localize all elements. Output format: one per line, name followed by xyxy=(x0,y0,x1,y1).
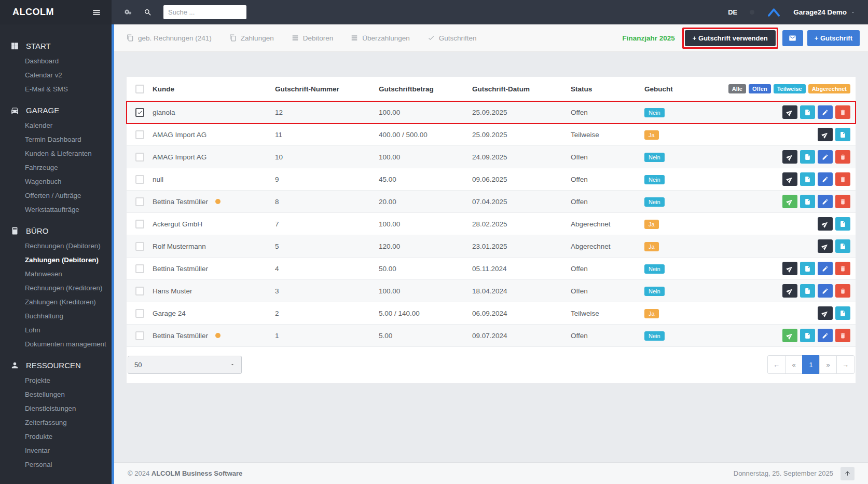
delete-button[interactable] xyxy=(835,284,850,298)
edit-button[interactable] xyxy=(818,329,833,342)
sidebar-item-zahlungen-debitoren[interactable]: Zahlungen (Debitoren) xyxy=(0,253,112,267)
next-page-button[interactable]: » xyxy=(819,355,837,374)
filter-abgerechnet[interactable]: Abgerechnet xyxy=(808,84,850,93)
search-input[interactable] xyxy=(163,5,246,19)
last-page-button[interactable]: → xyxy=(836,355,855,374)
edit-button[interactable] xyxy=(818,105,833,119)
filter-alle[interactable]: Alle xyxy=(728,84,746,93)
col-header-datum[interactable]: Gutschrift-Datum xyxy=(472,85,571,93)
tab-gutschriften[interactable]: Gutschriften xyxy=(428,34,477,42)
send-button[interactable] xyxy=(782,150,797,164)
col-header-nummer[interactable]: Gutschrift-Nummer xyxy=(275,85,379,93)
sidebar-item-dokumenten-management[interactable]: Dokumenten management xyxy=(0,337,112,351)
pdf-button[interactable] xyxy=(800,262,815,275)
send-button[interactable] xyxy=(782,105,797,119)
sidebar-section-header[interactable]: GARAGE xyxy=(0,102,112,118)
sidebar-item-produkte[interactable]: Produkte xyxy=(0,429,112,443)
filter-teilweise[interactable]: Teilweise xyxy=(774,84,806,93)
sidebar-item-calendar-v2[interactable]: Calendar v2 xyxy=(0,68,112,82)
filter-offen[interactable]: Offen xyxy=(749,84,771,93)
row-checkbox[interactable] xyxy=(135,220,144,228)
sidebar-item-bestellungen[interactable]: Bestellungen xyxy=(0,387,112,401)
scroll-top-button[interactable] xyxy=(841,467,855,480)
sidebar-section-header[interactable]: BÜRO xyxy=(0,223,112,239)
sidebar-item-wagenbuch[interactable]: Wagenbuch xyxy=(0,174,112,189)
tab-debitoren[interactable]: Debitoren xyxy=(292,34,334,42)
sidebar-section-header[interactable]: RESSOURCEN xyxy=(0,357,112,373)
row-checkbox[interactable] xyxy=(135,264,144,273)
page-size-select[interactable]: 50 xyxy=(128,356,242,374)
delete-button[interactable] xyxy=(835,262,850,275)
pdf-button[interactable] xyxy=(800,172,815,186)
sidebar-item-fahrzeuge[interactable]: Fahrzeuge xyxy=(0,160,112,174)
sidebar-item-personal[interactable]: Personal xyxy=(0,458,112,472)
mail-button[interactable] xyxy=(782,30,803,46)
sidebar-item-kalender[interactable]: Kalender xyxy=(0,118,112,132)
pdf-button[interactable] xyxy=(800,329,815,342)
sidebar-item-e-mail-sms[interactable]: E-Mail & SMS xyxy=(0,82,112,96)
sidebar-item-zeiterfassung[interactable]: Zeiterfassung xyxy=(0,415,112,429)
brand-chevron-icon[interactable] xyxy=(767,8,781,17)
page-1-button[interactable]: 1 xyxy=(802,355,820,374)
col-header-gebucht[interactable]: Gebucht xyxy=(644,85,717,93)
sidebar-section-header[interactable]: START xyxy=(0,38,112,54)
delete-button[interactable] xyxy=(835,329,850,342)
delete-button[interactable] xyxy=(835,105,850,119)
row-checkbox[interactable] xyxy=(135,153,144,162)
send-button[interactable] xyxy=(782,329,797,342)
pdf-button[interactable] xyxy=(835,128,850,141)
add-credit-button[interactable]: + Gutschrift xyxy=(807,30,860,46)
prev-page-button[interactable]: « xyxy=(785,355,803,374)
edit-button[interactable] xyxy=(818,150,833,164)
send-button[interactable] xyxy=(782,284,797,298)
pdf-button[interactable] xyxy=(835,239,850,253)
delete-button[interactable] xyxy=(835,172,850,186)
tab-überzahlungen[interactable]: Überzahlungen xyxy=(351,34,410,42)
pdf-button[interactable] xyxy=(800,105,815,119)
notification-dot-icon[interactable] xyxy=(750,10,754,15)
hamburger-icon[interactable] xyxy=(92,8,101,17)
tab-geb-rechnungen-241[interactable]: geb. Rechnungen (241) xyxy=(127,34,212,42)
row-checkbox[interactable] xyxy=(135,242,144,251)
pdf-button[interactable] xyxy=(800,150,815,164)
sidebar-item-inventar[interactable]: Inventar xyxy=(0,443,112,458)
sidebar-item-projekte[interactable]: Projekte xyxy=(0,373,112,387)
sidebar-item-offerten-aufträge[interactable]: Offerten / Aufträge xyxy=(0,189,112,203)
sidebar-item-dashboard[interactable]: Dashboard xyxy=(0,54,112,68)
row-checkbox[interactable] xyxy=(135,130,144,139)
sidebar-item-rechnungen-debitoren[interactable]: Rechnungen (Debitoren) xyxy=(0,239,112,253)
delete-button[interactable] xyxy=(835,195,850,208)
sidebar-item-mahnwesen[interactable]: Mahnwesen xyxy=(0,267,112,281)
first-page-button[interactable]: ← xyxy=(767,355,786,374)
cogs-icon[interactable] xyxy=(124,8,132,17)
row-checkbox[interactable] xyxy=(135,197,144,206)
row-checkbox[interactable] xyxy=(135,331,144,340)
row-checkbox[interactable] xyxy=(135,108,144,117)
send-button[interactable] xyxy=(782,195,797,208)
send-button[interactable] xyxy=(782,172,797,186)
send-button[interactable] xyxy=(818,128,833,141)
send-button[interactable] xyxy=(818,306,833,320)
edit-button[interactable] xyxy=(818,262,833,275)
sidebar-item-rechnungen-kreditoren[interactable]: Rechnungen (Kreditoren) xyxy=(0,281,112,295)
send-button[interactable] xyxy=(818,217,833,231)
row-checkbox[interactable] xyxy=(135,309,144,318)
edit-button[interactable] xyxy=(818,172,833,186)
delete-button[interactable] xyxy=(835,150,850,164)
sidebar-item-kunden-lieferanten[interactable]: Kunden & Lieferanten xyxy=(0,146,112,160)
col-header-status[interactable]: Status xyxy=(571,85,644,93)
use-credit-button[interactable]: + Gutschrift verwenden xyxy=(685,30,776,46)
pdf-button[interactable] xyxy=(835,217,850,231)
pdf-button[interactable] xyxy=(800,284,815,298)
pdf-button[interactable] xyxy=(800,195,815,208)
search-icon[interactable] xyxy=(144,8,152,17)
select-all-checkbox[interactable] xyxy=(135,85,144,93)
row-checkbox[interactable] xyxy=(135,287,144,295)
send-button[interactable] xyxy=(782,262,797,275)
edit-button[interactable] xyxy=(818,284,833,298)
sidebar-item-termin-dashboard[interactable]: Termin Dashboard xyxy=(0,132,112,146)
sidebar-item-buchhaltung[interactable]: Buchhaltung xyxy=(0,309,112,323)
col-header-betrag[interactable]: Gutschriftbetrag xyxy=(379,85,472,93)
sidebar-item-dienstleistungen[interactable]: Dienstleistungen xyxy=(0,401,112,415)
account-menu[interactable]: Garage24 Demo xyxy=(793,8,856,16)
